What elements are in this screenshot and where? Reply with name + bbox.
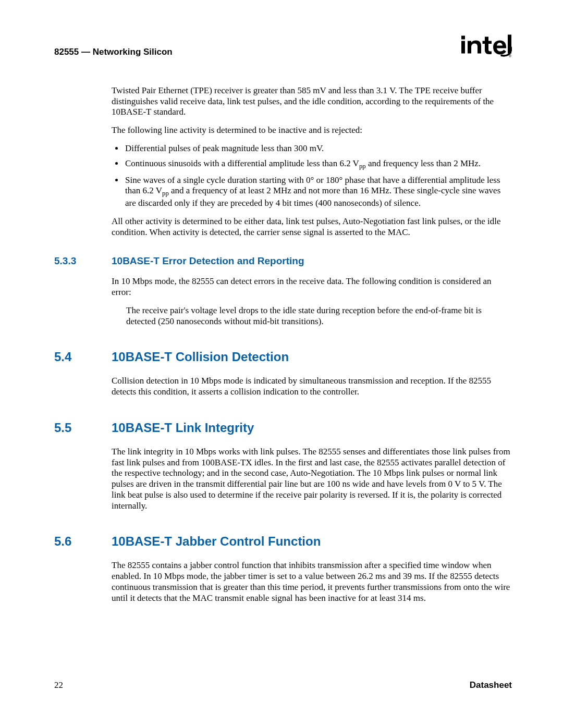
- section-5-5-heading: 5.510BASE-T Link Integrity: [54, 421, 512, 435]
- section-5-5-body: The link integrity in 10 Mbps works with…: [112, 447, 512, 511]
- page-content: Twisted Pair Ethernet (TPE) receiver is …: [54, 59, 512, 603]
- intro-bullets: Differential pulses of peak magnitude le…: [112, 143, 512, 209]
- s533-p2: The receive pair's voltage level drops t…: [126, 305, 512, 327]
- section-title: 10BASE-T Link Integrity: [112, 421, 254, 435]
- intro-p1: Twisted Pair Ethernet (TPE) receiver is …: [112, 85, 512, 118]
- bullet-3b: and a frequency of at least 2 MHz and no…: [125, 186, 500, 208]
- svg-rect-1: [461, 41, 465, 54]
- s56-p1: The 82555 contains a jabber control func…: [112, 560, 512, 603]
- bullet-2: Continuous sinusoids with a differential…: [124, 158, 512, 171]
- section-number: 5.6: [54, 534, 112, 549]
- intro-p3: All other activity is determined to be e…: [112, 216, 512, 238]
- bullet-3: Sine waves of a single cycle duration st…: [124, 175, 512, 209]
- section-number: 5.5: [54, 421, 112, 435]
- s533-p1: In 10 Mbps mode, the 82555 can detect er…: [112, 276, 512, 298]
- bullet-2a: Continuous sinusoids with a differential…: [125, 158, 359, 168]
- s54-p1: Collision detection in 10 Mbps mode is i…: [112, 376, 512, 397]
- section-5-4-heading: 5.410BASE-T Collision Detection: [54, 350, 512, 364]
- header-title: 82555 — Networking Silicon: [54, 32, 173, 57]
- page: 82555 — Networking Silicon ® Twisted Pai…: [0, 0, 563, 728]
- page-number: 22: [54, 680, 63, 690]
- section-title: 10BASE-T Collision Detection: [112, 350, 289, 364]
- intel-logo-icon: ®: [460, 32, 512, 57]
- section-5-3-3-heading: 5.3.310BASE-T Error Detection and Report…: [54, 255, 512, 267]
- bullet-2b: and frequency less than 2 MHz.: [366, 158, 481, 168]
- section-5-6-body: The 82555 contains a jabber control func…: [112, 560, 512, 603]
- footer-label: Datasheet: [470, 680, 512, 690]
- section-5-3-3-body: In 10 Mbps mode, the 82555 can detect er…: [112, 276, 512, 327]
- section-5-4-body: Collision detection in 10 Mbps mode is i…: [112, 376, 512, 397]
- section-number: 5.3.3: [54, 255, 112, 267]
- page-header: 82555 — Networking Silicon ®: [54, 32, 512, 59]
- section-5-6-heading: 5.610BASE-T Jabber Control Function: [54, 534, 512, 549]
- bullet-1: Differential pulses of peak magnitude le…: [124, 143, 512, 154]
- bullet-3-sub: pp: [162, 190, 169, 198]
- section-title: 10BASE-T Jabber Control Function: [112, 534, 321, 549]
- svg-rect-0: [461, 36, 465, 40]
- bullet-2-sub: pp: [359, 163, 366, 170]
- page-footer: 22 Datasheet: [54, 680, 512, 690]
- s55-p1: The link integrity in 10 Mbps works with…: [112, 447, 512, 511]
- intro-p2: The following line activity is determine…: [112, 125, 512, 136]
- section-title: 10BASE-T Error Detection and Reporting: [112, 255, 304, 267]
- intro-block: Twisted Pair Ethernet (TPE) receiver is …: [112, 85, 512, 238]
- header-logo: ®: [460, 32, 512, 59]
- section-number: 5.4: [54, 350, 112, 364]
